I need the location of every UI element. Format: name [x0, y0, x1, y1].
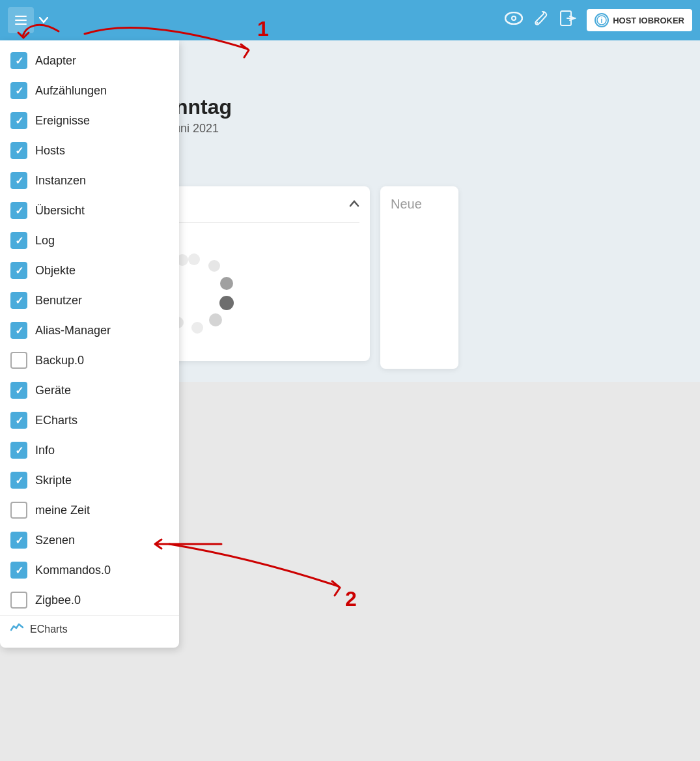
- dropdown-item-kommandos[interactable]: Kommandos.0: [0, 555, 179, 585]
- dropdown-item-alias-manager[interactable]: Alias-Manager: [0, 315, 179, 345]
- checkbox-echarts[interactable]: [10, 412, 27, 429]
- checkbox-meine-zeit[interactable]: [10, 502, 27, 519]
- label-meine-zeit: meine Zeit: [35, 504, 90, 517]
- dropdown-item-geraete[interactable]: Geräte: [0, 375, 179, 405]
- svg-point-37: [191, 322, 203, 334]
- svg-rect-0: [15, 16, 27, 17]
- label-backup: Backup.0: [35, 354, 84, 367]
- dropdown-item-instanzen[interactable]: Instanzen: [0, 165, 179, 195]
- svg-point-35: [219, 296, 234, 310]
- sidebar-echarts-nav[interactable]: ECharts: [0, 615, 179, 642]
- dropdown-item-echarts[interactable]: ECharts: [0, 405, 179, 435]
- checkbox-ereignisse[interactable]: [10, 112, 27, 129]
- label-adapter: Adapter: [35, 54, 76, 68]
- label-log: Log: [35, 234, 55, 248]
- wrench-button[interactable]: [533, 10, 549, 31]
- label-szenen: Szenen: [35, 534, 75, 547]
- dropdown-item-log[interactable]: Log: [0, 225, 179, 255]
- label-geraete: Geräte: [35, 384, 71, 397]
- label-uebersicht: Übersicht: [35, 204, 85, 218]
- header-icons: i HOST IOBROKER: [505, 9, 692, 31]
- label-ereignisse: Ereignisse: [35, 114, 90, 128]
- label-skripte: Skripte: [35, 474, 72, 487]
- label-echarts: ECharts: [35, 414, 77, 427]
- label-objekte: Objekte: [35, 264, 76, 278]
- checkbox-kommandos[interactable]: [10, 562, 27, 579]
- checkbox-geraete[interactable]: [10, 382, 27, 399]
- neue-card: Neue: [380, 186, 458, 369]
- dropdown-item-hosts[interactable]: Hosts: [0, 136, 179, 165]
- svg-text:2: 2: [345, 587, 357, 610]
- dropdown-item-ereignisse[interactable]: Ereignisse: [0, 106, 179, 136]
- sidebar-echarts-label: ECharts: [30, 624, 68, 635]
- chevron-down-button[interactable]: [36, 12, 51, 28]
- checkbox-backup[interactable]: [10, 352, 27, 369]
- svg-point-33: [208, 260, 220, 272]
- svg-rect-1: [15, 20, 27, 21]
- checkbox-log[interactable]: [10, 232, 27, 249]
- checkbox-aufzaehlungen[interactable]: [10, 82, 27, 99]
- label-zigbee: Zigbee.0: [35, 594, 81, 607]
- svg-point-6: [537, 22, 539, 24]
- dropdown-item-zigbee[interactable]: Zigbee.0: [0, 585, 179, 615]
- svg-text:i: i: [601, 17, 603, 24]
- svg-point-36: [209, 313, 222, 326]
- checkbox-uebersicht[interactable]: [10, 202, 27, 219]
- checkbox-skripte[interactable]: [10, 472, 27, 489]
- checkbox-info[interactable]: [10, 442, 27, 459]
- label-alias-manager: Alias-Manager: [35, 324, 111, 337]
- dropdown-item-benutzer[interactable]: Benutzer: [0, 285, 179, 315]
- checkbox-zigbee[interactable]: [10, 592, 27, 609]
- echarts-icon: [10, 622, 23, 636]
- dropdown-item-skripte[interactable]: Skripte: [0, 465, 179, 495]
- label-benutzer: Benutzer: [35, 294, 82, 308]
- checkbox-alias-manager[interactable]: [10, 322, 27, 339]
- checkbox-adapter[interactable]: [10, 52, 27, 69]
- card-aktualisierungen-chevron[interactable]: [349, 199, 359, 210]
- hamburger-button[interactable]: [8, 7, 34, 33]
- header-left: [8, 7, 51, 33]
- svg-rect-2: [15, 23, 27, 25]
- checkbox-objekte[interactable]: [10, 262, 27, 279]
- dropdown-item-meine-zeit[interactable]: meine Zeit: [0, 495, 179, 525]
- checkbox-hosts[interactable]: [10, 142, 27, 159]
- host-iobroker-button[interactable]: i HOST IOBROKER: [587, 9, 692, 31]
- dropdown-item-objekte[interactable]: Objekte: [0, 255, 179, 285]
- exit-button[interactable]: [559, 10, 576, 31]
- dropdown-item-backup[interactable]: Backup.0: [0, 345, 179, 375]
- neue-title: Neue: [391, 197, 448, 212]
- svg-point-34: [220, 277, 233, 290]
- header: i HOST IOBROKER: [0, 0, 700, 40]
- label-info: Info: [35, 444, 55, 457]
- dropdown-item-aufzaehlungen[interactable]: Aufzählungen: [0, 76, 179, 106]
- label-instanzen: Instanzen: [35, 174, 86, 188]
- svg-point-32: [188, 253, 200, 265]
- host-button-label: HOST IOBROKER: [613, 16, 684, 25]
- checkbox-instanzen[interactable]: [10, 172, 27, 189]
- checkbox-benutzer[interactable]: [10, 292, 27, 309]
- sidebar-dropdown: AdapterAufzählungenEreignisseHostsInstan…: [0, 40, 179, 648]
- dropdown-item-info[interactable]: Info: [0, 435, 179, 465]
- dropdown-item-szenen[interactable]: Szenen: [0, 525, 179, 555]
- host-icon: i: [595, 13, 609, 27]
- eye-button[interactable]: [505, 12, 523, 29]
- checkbox-szenen[interactable]: [10, 532, 27, 549]
- label-kommandos: Kommandos.0: [35, 564, 111, 577]
- label-aufzaehlungen: Aufzählungen: [35, 84, 107, 98]
- dropdown-item-adapter[interactable]: Adapter: [0, 46, 179, 76]
- label-hosts: Hosts: [35, 144, 65, 158]
- svg-point-5: [512, 17, 515, 20]
- dropdown-item-uebersicht[interactable]: Übersicht: [0, 195, 179, 225]
